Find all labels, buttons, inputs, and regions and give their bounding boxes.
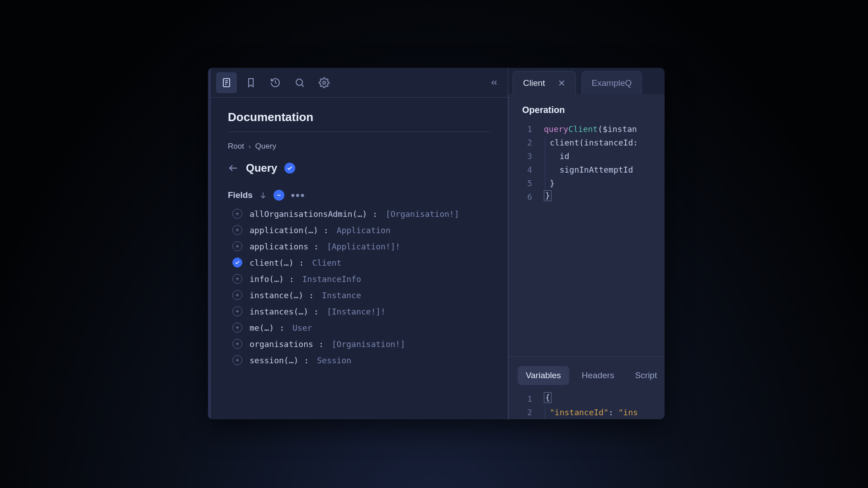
field-list: allOrganisationsAdmin(…):[Organisation!]…	[228, 209, 491, 365]
chevron-right-icon: ›	[249, 143, 251, 150]
docs-icon[interactable]	[216, 72, 237, 93]
docs-body: Documentation Root › Query Query Fields	[211, 98, 508, 419]
bookmark-icon[interactable]	[241, 72, 261, 93]
sort-icon[interactable]	[259, 191, 267, 199]
field-row[interactable]: info(…):InstanceInfo	[232, 274, 491, 284]
field-type: [Application!]!	[327, 242, 401, 251]
plus-icon[interactable]	[232, 339, 242, 349]
field-type: InstanceInfo	[302, 274, 361, 284]
field-name: instance(…)	[250, 291, 303, 300]
field-type: [Organisation!]	[386, 209, 459, 219]
field-row[interactable]: client(…):Client	[232, 258, 491, 267]
svg-line-5	[302, 84, 304, 87]
field-name: allOrganisationsAdmin(…)	[250, 209, 367, 219]
field-row[interactable]: me(…):User	[232, 323, 491, 333]
breadcrumb-root[interactable]: Root	[228, 142, 244, 151]
field-name: organisations	[250, 339, 313, 349]
field-row[interactable]: instance(…):Instance	[232, 290, 491, 300]
plus-icon[interactable]	[232, 209, 242, 219]
field-name: session(…)	[250, 356, 298, 365]
search-icon[interactable]	[289, 72, 310, 93]
breadcrumb-current: Query	[255, 142, 276, 151]
field-name: me(…)	[250, 323, 274, 333]
field-type: [Organisation!]	[332, 339, 406, 349]
variables-section: Variables Headers Script 1{ 2"instanceId…	[509, 357, 665, 419]
field-type: Application	[337, 225, 391, 235]
docs-panel: Documentation Root › Query Query Fields	[211, 68, 508, 419]
tab-client[interactable]: Client ✕	[513, 71, 576, 94]
type-name: Query	[246, 162, 277, 174]
field-type: [Instance!]!	[327, 307, 386, 316]
toolbar	[211, 68, 508, 98]
check-icon[interactable]	[232, 258, 242, 267]
more-icon[interactable]: ●●●	[291, 191, 305, 199]
gear-icon[interactable]	[314, 72, 335, 93]
bottom-tabs: Variables Headers Script	[509, 366, 665, 392]
plus-icon[interactable]	[232, 241, 242, 251]
field-name: application(…)	[250, 225, 318, 235]
fields-label: Fields	[228, 190, 253, 200]
editor-tabs: Client ✕ ExampleQ	[508, 68, 665, 94]
collapse-panel-icon[interactable]	[486, 75, 502, 91]
tab-script[interactable]: Script	[627, 366, 665, 385]
tab-label: ExampleQ	[592, 78, 632, 88]
selected-check-icon	[284, 163, 295, 174]
field-row[interactable]: allOrganisationsAdmin(…):[Organisation!]	[232, 209, 491, 219]
editor-body: Operation 1query Client($instan 2client(…	[508, 94, 665, 419]
docs-title: Documentation	[228, 110, 491, 132]
field-row[interactable]: application(…):Application	[232, 225, 491, 235]
tab-example[interactable]: ExampleQ	[581, 71, 642, 94]
field-row[interactable]: applications:[Application!]!	[232, 241, 491, 251]
field-type: Client	[312, 258, 341, 267]
field-name: info(…)	[250, 274, 284, 284]
variables-code[interactable]: 1{ 2"instanceId": "ins	[509, 392, 665, 419]
field-type: Instance	[322, 291, 361, 300]
tab-label: Client	[523, 78, 545, 88]
plus-icon[interactable]	[232, 274, 242, 284]
field-row[interactable]: instances(…):[Instance!]!	[232, 306, 491, 316]
plus-icon[interactable]	[232, 290, 242, 300]
field-name: applications	[250, 242, 308, 251]
plus-icon[interactable]	[232, 323, 242, 333]
editor-panel: Client ✕ ExampleQ Operation 1query Clien…	[508, 68, 665, 419]
fields-header: Fields ●●●	[228, 190, 491, 201]
operation-code[interactable]: 1query Client($instan 2client(instanceId…	[509, 122, 665, 204]
plus-icon[interactable]	[232, 306, 242, 316]
history-icon[interactable]	[265, 72, 286, 93]
field-row[interactable]: organisations:[Organisation!]	[232, 339, 491, 349]
plus-icon[interactable]	[232, 355, 242, 365]
app-window: Documentation Root › Query Query Fields	[208, 68, 665, 419]
field-name: client(…)	[250, 258, 294, 267]
collapse-all-icon[interactable]	[274, 190, 284, 201]
field-type: User	[292, 323, 312, 333]
tab-headers[interactable]: Headers	[574, 366, 623, 385]
svg-point-4	[296, 79, 302, 85]
field-type: Session	[317, 356, 351, 365]
plus-icon[interactable]	[232, 225, 242, 235]
back-button[interactable]	[228, 163, 239, 174]
operation-label: Operation	[509, 94, 665, 122]
type-header: Query	[228, 162, 491, 174]
field-name: instances(…)	[250, 307, 308, 316]
svg-point-6	[323, 81, 326, 84]
breadcrumb: Root › Query	[228, 142, 491, 151]
close-icon[interactable]: ✕	[558, 78, 566, 89]
tab-variables[interactable]: Variables	[518, 366, 569, 385]
field-row[interactable]: session(…):Session	[232, 355, 491, 365]
